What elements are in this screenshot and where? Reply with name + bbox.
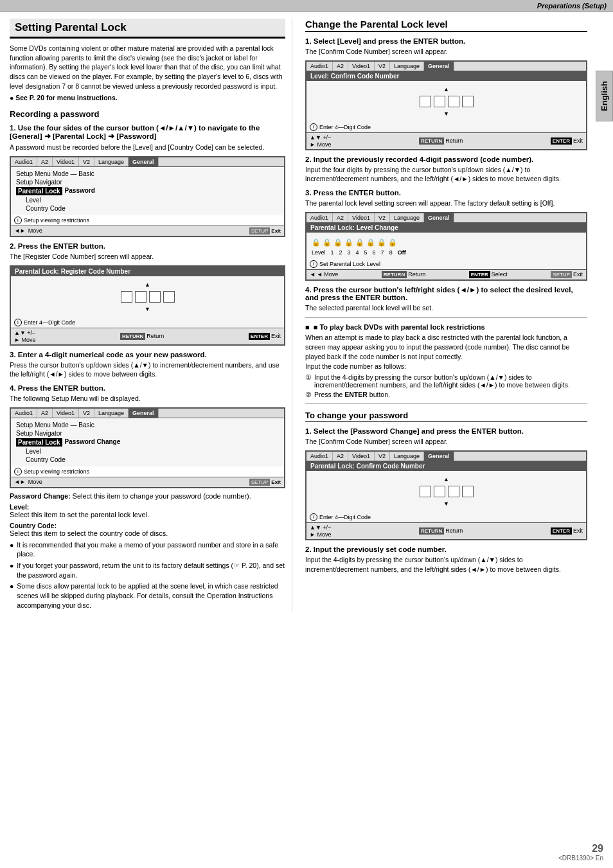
recording-title: Recording a password bbox=[10, 109, 285, 119]
code-footer-3: ▲▼ +/– ► Move RETURN Return ENTER Exit bbox=[306, 522, 586, 539]
to-play-desc: When an attempt is made to play back a d… bbox=[305, 333, 587, 371]
to-change-title: To change your password bbox=[305, 411, 587, 422]
code-screen-1-header: Parental Lock: Register Code Number bbox=[11, 267, 284, 276]
left-section-title: Setting Parental Lock bbox=[10, 19, 285, 39]
to-play-title: ■ ■ To play back DVDs with parental lock… bbox=[305, 323, 587, 331]
level-screen-header: Parental Lock: Level Change bbox=[306, 223, 586, 233]
menu-screen-1: Audio1 A2 Video1 V2 Language General Set… bbox=[10, 156, 285, 237]
language-tab: English bbox=[596, 71, 613, 121]
right-step3-title: 3. Press the ENTER button. bbox=[305, 189, 587, 197]
code-note-3: i Enter 4—Digit Code bbox=[306, 512, 586, 522]
password-change-note: Password Change: Select this item to cha… bbox=[10, 492, 285, 500]
tab-language: Language bbox=[94, 157, 129, 166]
right-step2-desc: Input the four digits by pressing the cu… bbox=[305, 165, 587, 184]
menu-row-navigator: Setup Navigator bbox=[16, 178, 279, 186]
tab2-language: Language bbox=[94, 409, 129, 418]
to-change-step2-desc: Input the 4-digits by pressing the curso… bbox=[305, 555, 587, 574]
tab-video1: Video1 bbox=[53, 157, 79, 166]
page-container: Preparations (Setup) English Setting Par… bbox=[0, 0, 613, 868]
code-note-1: i Enter 4—Digit Code bbox=[11, 317, 284, 328]
right-step2-title: 2. Input the previously recorded 4-digit… bbox=[305, 155, 587, 163]
code-screen-1-body: ▲ ▼ bbox=[11, 276, 284, 317]
menu-row-basic: Setup Menu Mode — Basic bbox=[16, 170, 279, 178]
right-step3-desc: The parental lock level setting screen w… bbox=[305, 199, 587, 208]
tab-a2: A2 bbox=[37, 157, 53, 166]
setup-btn: SETUP bbox=[249, 227, 271, 235]
level-numbers-row: Level 1 2 3 4 5 6 7 8 Off bbox=[312, 249, 581, 256]
code-note-2: i Enter 4—Digit Code bbox=[306, 122, 586, 132]
step4-desc: The following Setup Menu will be display… bbox=[10, 394, 285, 403]
tab-general: General bbox=[129, 157, 159, 166]
code-screen-3-body: ▲ ▼ bbox=[306, 471, 586, 512]
left-column: Setting Parental Lock Some DVDs containi… bbox=[10, 19, 292, 612]
main-content: Setting Parental Lock Some DVDs containi… bbox=[0, 12, 613, 618]
menu-row-country: Country Code bbox=[16, 204, 279, 213]
step3-title: 3. Enter a 4-digit numerical code as you… bbox=[10, 351, 285, 359]
menu-row-parental: Parental Lock Password bbox=[16, 186, 279, 196]
bullet-2: ● If you forget your password, return th… bbox=[10, 561, 285, 580]
menu-body-1: Setup Menu Mode — Basic Setup Navigator … bbox=[11, 167, 284, 215]
right-column: Change the Parental Lock level 1. Select… bbox=[302, 19, 603, 612]
page-model: <DRB1390> En bbox=[558, 855, 603, 862]
right-step1-desc: The [Confirm Code Number] screen will ap… bbox=[305, 47, 587, 57]
step1-title: 1. Use the four sides of the cursor butt… bbox=[10, 124, 285, 141]
right-step4-title: 4. Press the cursor button's left/right … bbox=[305, 286, 587, 301]
level-screen-body: 🔒 🔒 🔒 🔒 🔒 🔒 🔒 🔒 Level 1 2 3 bbox=[306, 233, 586, 259]
country-code-note: Country Code: Select this item to select… bbox=[10, 522, 285, 537]
to-change-step1-desc: The [Confirm Code Number] screen will ap… bbox=[305, 437, 587, 447]
tab2-general: General bbox=[129, 409, 159, 418]
step3-desc: Press the cursor button's up/down sides … bbox=[10, 360, 285, 379]
code-screen-1: Parental Lock: Register Code Number ▲ ▼ … bbox=[10, 265, 285, 346]
to-play-bullet-2: ② Press the ENTER button. bbox=[305, 391, 587, 398]
menu2-row-level: Level bbox=[16, 447, 279, 456]
code-boxes-3 bbox=[420, 486, 474, 497]
tab2-v2: V2 bbox=[79, 409, 94, 418]
code-footer-2: ▲▼ +/– ► Move RETURN Return ENTER Exit bbox=[306, 132, 586, 149]
tab2-audio1: Audio1 bbox=[11, 409, 37, 418]
menu-tabs-2: Audio1 A2 Video1 V2 Language General bbox=[11, 409, 284, 418]
level-footer: ◄ ◄ Move RETURN Return ENTER Select SETU… bbox=[306, 269, 586, 279]
exit-btn: Exit bbox=[271, 228, 281, 234]
right-section-title: Change the Parental Lock level bbox=[305, 19, 587, 32]
setup2-btn: SETUP bbox=[249, 479, 271, 486]
menu2-row-navigator: Setup Navigator bbox=[16, 429, 279, 438]
right-step1-title: 1. Select [Level] and press the ENTER bu… bbox=[305, 37, 587, 45]
see-p: ● See P. 20 for menu instructions. bbox=[10, 93, 285, 103]
to-play-bullet-1: ① Input the 4-digits by pressing the cur… bbox=[305, 373, 587, 389]
code-boxes-1 bbox=[121, 291, 175, 303]
bullet-3: ● Some discs allow parental lock to be a… bbox=[10, 581, 285, 610]
menu-body-2: Setup Menu Mode — Basic Setup Navigator … bbox=[11, 418, 284, 466]
right-step4-desc: The selected parental lock level will be… bbox=[305, 303, 587, 313]
tab-audio1: Audio1 bbox=[11, 157, 37, 166]
bullet-1: ● It is recommended that you make a memo… bbox=[10, 540, 285, 559]
page-header: Preparations (Setup) bbox=[0, 0, 613, 12]
exit2-btn: Exit bbox=[271, 479, 281, 485]
menu-tabs-1: Audio1 A2 Video1 V2 Language General bbox=[11, 157, 284, 167]
left-intro: Some DVDs containing violent or other ma… bbox=[10, 44, 285, 91]
menu2-row-parental: Parental Lock Password Change bbox=[16, 438, 279, 447]
to-change-step2-title: 2. Input the previously set code number. bbox=[305, 545, 587, 553]
code-screen-2: Audio1 A2 Video1 V2 Language General Lev… bbox=[305, 60, 587, 150]
page-number: 29 bbox=[558, 843, 603, 855]
to-change-step1-title: 1. Select the [Password Change] and pres… bbox=[305, 427, 587, 435]
menu2-row-basic: Setup Menu Mode — Basic bbox=[16, 421, 279, 429]
code-screen-3: Audio1 A2 Video1 V2 Language General Par… bbox=[305, 450, 587, 540]
level-screen: Audio1 A2 Video1 V2 Language General Par… bbox=[305, 212, 587, 281]
code-footer-1: ▲▼ +/– ► Move RETURN Return ENTER Exit bbox=[11, 328, 284, 344]
step2-title: 2. Press the ENTER button. bbox=[10, 242, 285, 250]
step4-title: 4. Press the ENTER button. bbox=[10, 384, 285, 392]
header-title: Preparations (Setup) bbox=[537, 2, 607, 10]
tab2-video1: Video1 bbox=[53, 409, 79, 418]
menu-row-level: Level bbox=[16, 196, 279, 204]
code-screen-2-body: ▲ ▼ bbox=[306, 81, 586, 122]
code-screen-3-header: Parental Lock: Confirm Code Number bbox=[306, 461, 586, 471]
tab2-a2: A2 bbox=[37, 409, 53, 418]
menu-screen-2: Audio1 A2 Video1 V2 Language General Set… bbox=[10, 407, 285, 488]
tab-v2: V2 bbox=[79, 157, 94, 166]
level-icons: 🔒 🔒 🔒 🔒 🔒 🔒 🔒 🔒 bbox=[312, 238, 581, 247]
level-note: Level: Select this item to set the paren… bbox=[10, 503, 285, 518]
step2-desc: The [Register Code Number] screen will a… bbox=[10, 252, 285, 261]
menu-footer-1: ◄► Move SETUP Exit bbox=[11, 226, 284, 236]
page-footer: 29 <DRB1390> En bbox=[558, 843, 603, 862]
menu-footer-2: ◄► Move SETUP Exit bbox=[11, 477, 284, 487]
